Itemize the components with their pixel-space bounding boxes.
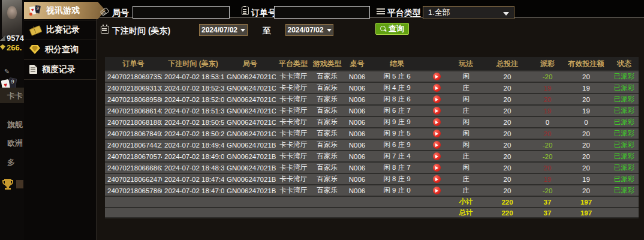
cell-valid-bet: 19: [562, 82, 610, 93]
cell-summary-valid-bet: 197: [562, 196, 610, 207]
cell-platform: 卡卡湾厅: [276, 104, 311, 116]
cell-play: 庄: [450, 104, 482, 116]
play-icon: [435, 98, 438, 101]
cell-payout: -20: [532, 150, 562, 161]
replay-button[interactable]: [433, 175, 441, 183]
cell-result: 闲 4 庄 9: [371, 82, 423, 93]
sidebar-item-match-records[interactable]: 比赛记录: [24, 21, 97, 38]
cell-result: 闲 8 庄 7: [371, 161, 423, 173]
round-number-input[interactable]: [133, 6, 230, 19]
cell-payout: 20: [532, 127, 562, 139]
cell-bet-time: 2024-07-02 18:53:19: [162, 70, 224, 82]
cell-bet-time: 2024-07-02 18:50:53: [162, 116, 224, 127]
table-row: 2407021806668622024-07-02 18:48:31GN0062…: [105, 161, 639, 173]
cell-table-no: N006: [344, 127, 371, 139]
search-button[interactable]: 查询: [375, 23, 409, 35]
betting-records-screen: 9574 266. ✎ 9♥ 卡卡 旗舰 欧洲 多 下注记录 9♥ 视讯游戏: [0, 0, 644, 240]
background-app-strip: 9574 266. ✎ 9♥ 卡卡 旗舰 欧洲 多: [0, 0, 24, 240]
platform-type-select[interactable]: 1.全部: [423, 6, 514, 19]
replay-button[interactable]: [433, 164, 441, 172]
col-total-bet: 总投注: [482, 57, 532, 70]
col-table-no: 桌号: [344, 57, 371, 70]
subtotal-row: 小计22037197: [105, 196, 639, 207]
cell-status: 已派彩: [610, 116, 639, 127]
cell-bet-time: 2024-07-02 18:49:07: [162, 150, 224, 161]
col-platform: 平台类型: [276, 57, 311, 70]
cell-table-no: N006: [344, 150, 371, 161]
date-from-value: 2024/07/02: [201, 26, 237, 34]
betting-records-panel: 下注记录 9♥ 视讯游戏 比赛记录 积分查询 额度记录 局号: [24, 0, 644, 240]
platform-type-value: 1.全部: [428, 8, 450, 17]
cell-game-type: 百家乐: [311, 184, 344, 196]
replay-button[interactable]: [433, 107, 441, 115]
cell-replay: [423, 161, 450, 173]
cell-summary-valid-bet: 197: [562, 207, 610, 218]
replay-button[interactable]: [433, 84, 441, 92]
play-icon: [435, 189, 438, 193]
cell-result: 闲 8 庄 9: [371, 173, 423, 184]
cell-result: 闲 9 庄 5: [371, 127, 423, 139]
play-icon: [435, 86, 438, 90]
cell-order: 240702180681882: [105, 116, 162, 127]
round-number-label: 局号: [112, 6, 129, 19]
cell-order: 240702180657866: [105, 184, 162, 196]
cell-summary-label: 小计: [450, 196, 482, 207]
sidebar-item-points-query[interactable]: 积分查询: [24, 41, 97, 58]
cell-play: 庄: [450, 82, 482, 93]
replay-button[interactable]: [433, 187, 441, 194]
cell-valid-bet: 20: [562, 161, 610, 173]
cell-total-bet: 20: [482, 139, 532, 150]
play-icon: [435, 178, 438, 181]
cell-round: GN006247021C3: [224, 93, 276, 104]
cell-empty: [610, 196, 639, 207]
cell-game-type: 百家乐: [311, 104, 344, 116]
sidebar-item-video-games[interactable]: 9♥ 视讯游戏: [24, 2, 106, 19]
replay-button[interactable]: [433, 118, 441, 126]
cell-game-type: 百家乐: [311, 93, 344, 104]
cell-valid-bet: 19: [562, 173, 610, 184]
replay-button[interactable]: [433, 73, 441, 80]
edit-icon: ✎: [4, 68, 10, 76]
cell-play: 庄: [450, 184, 482, 196]
cell-bet-time: 2024-07-02 18:51:33: [162, 104, 224, 116]
cell-order: 240702180678492: [105, 127, 162, 139]
cell-play: 闲: [450, 70, 482, 82]
replay-button[interactable]: [433, 152, 441, 160]
cell-replay: [423, 116, 450, 127]
cell-summary-label: 总计: [450, 207, 482, 218]
cell-result: 闲 6 庄 9: [371, 139, 423, 150]
sidebar-item-credit-records[interactable]: 额度记录: [24, 61, 97, 78]
cell-status: 已派彩: [610, 173, 639, 184]
cell-order: 240702180697353: [105, 70, 162, 82]
cell-round: GN006247021BV: [224, 184, 276, 196]
table-row: 2407021806861422024-07-02 18:51:33GN0062…: [105, 104, 639, 116]
cell-empty: [610, 207, 639, 218]
cell-total-bet: 20: [482, 82, 532, 93]
cell-payout: 19: [532, 82, 562, 93]
cell-status: 已派彩: [610, 150, 639, 161]
cell-empty: [276, 196, 311, 207]
cell-empty: [162, 196, 224, 207]
cell-empty: [162, 207, 224, 218]
date-to-picker[interactable]: 2024/07/02: [285, 24, 333, 36]
cell-order: 240702180666862: [105, 161, 162, 173]
table-row: 2407021806705742024-07-02 18:49:07GN0062…: [105, 150, 639, 161]
cell-platform: 卡卡湾厅: [276, 184, 311, 196]
order-number-input[interactable]: [274, 6, 370, 19]
cell-replay: [423, 82, 450, 93]
replay-button[interactable]: [433, 95, 441, 103]
replay-button[interactable]: [433, 141, 441, 149]
cell-game-type: 百家乐: [311, 150, 344, 161]
cell-valid-bet: 19: [562, 104, 610, 116]
col-play: 玩法: [450, 57, 482, 70]
play-icon: [435, 121, 438, 124]
replay-button[interactable]: [433, 130, 441, 137]
date-from-picker[interactable]: 2024/07/02: [199, 24, 248, 36]
cell-round: GN006247021BX: [224, 161, 276, 173]
cell-order: 240702180662476: [105, 173, 162, 184]
cell-table-no: N006: [344, 139, 371, 150]
cell-status: 已派彩: [610, 161, 639, 173]
cell-table-no: N006: [344, 70, 371, 82]
cell-play: 闲: [450, 127, 482, 139]
cell-play: 闲: [450, 116, 482, 127]
